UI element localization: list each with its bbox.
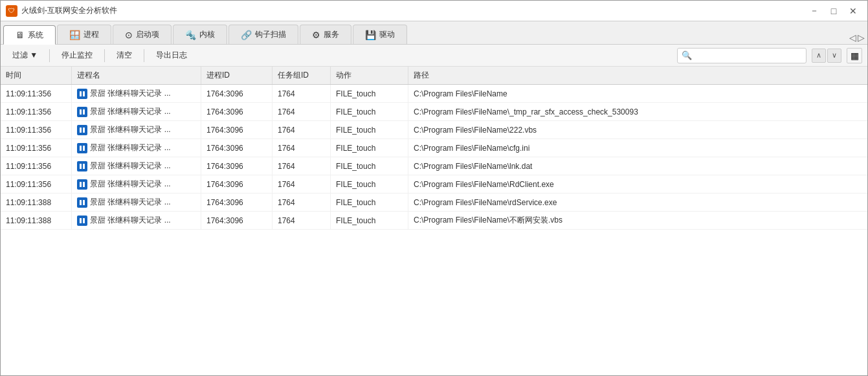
grid-view-button[interactable]: ▦: [847, 48, 862, 63]
separator-3: [144, 49, 144, 62]
td-time: 11:09:11:388: [1, 194, 72, 211]
td-path: C:\Program Files\FileName\rdService.exe: [408, 194, 867, 211]
filter-button[interactable]: 过滤 ▼: [6, 47, 44, 64]
td-tgid: 1764: [273, 85, 331, 102]
col-header-action[interactable]: 动作: [331, 67, 408, 84]
tab-service[interactable]: ⚙ 服务: [300, 25, 351, 44]
tab-kernel-label: 内核: [199, 29, 215, 40]
td-process: 景甜 张继科聊天记录 ...: [72, 157, 201, 175]
td-path: C:\Program Files\FileName\_tmp_rar_sfx_a…: [408, 103, 867, 120]
process-app-icon: [77, 143, 87, 153]
stop-monitor-button[interactable]: 停止监控: [55, 47, 99, 64]
tab-service-label: 服务: [324, 29, 339, 40]
table-row[interactable]: 11:09:11:356景甜 张继科聊天记录 ...1764:30961764F…: [1, 85, 867, 103]
col-header-pid[interactable]: 进程ID: [201, 67, 273, 84]
svg-rect-8: [80, 164, 82, 169]
col-header-process[interactable]: 进程名: [72, 67, 201, 84]
process-app-icon: [77, 161, 87, 171]
svg-rect-9: [83, 164, 85, 169]
td-pid: 1764:3096: [201, 85, 273, 102]
export-log-button[interactable]: 导出日志: [150, 47, 194, 64]
main-window: 🛡 火绒剑-互联网安全分析软件 － □ ✕ 🖥 系统 🪟 进程 ⊙ 启动项 🔩 …: [0, 0, 868, 376]
process-app-icon: [77, 179, 87, 190]
tab-hook[interactable]: 🔗 钩子扫描: [228, 25, 298, 44]
td-action: FILE_touch: [331, 121, 408, 138]
col-header-path[interactable]: 路径: [408, 67, 867, 84]
td-time: 11:09:11:388: [1, 212, 72, 229]
process-app-icon: [77, 107, 87, 117]
nav-up-button[interactable]: ∧: [812, 49, 826, 63]
process-name-text: 景甜 张继科聊天记录 ...: [90, 179, 171, 190]
driver-tab-icon: 💾: [365, 30, 376, 40]
svg-rect-1: [83, 91, 85, 96]
svg-rect-10: [80, 182, 82, 187]
search-box[interactable]: 🔍: [677, 48, 807, 63]
td-tgid: 1764: [273, 212, 331, 229]
window-controls: － □ ✕: [805, 4, 862, 18]
kernel-tab-icon: 🔩: [185, 30, 196, 40]
table-row[interactable]: 11:09:11:388景甜 张继科聊天记录 ...1764:30961764F…: [1, 212, 867, 230]
td-process: 景甜 张继科聊天记录 ...: [72, 121, 201, 138]
td-process: 景甜 张继科聊天记录 ...: [72, 194, 201, 211]
process-name-text: 景甜 张继科聊天记录 ...: [90, 106, 171, 117]
svg-rect-14: [80, 218, 82, 223]
td-path: C:\Program Files\FileName\RdClient.exe: [408, 175, 867, 193]
svg-rect-0: [80, 91, 82, 96]
table-row[interactable]: 11:09:11:388景甜 张继科聊天记录 ...1764:30961764F…: [1, 194, 867, 212]
td-action: FILE_touch: [331, 175, 408, 193]
table-row[interactable]: 11:09:11:356景甜 张继科聊天记录 ...1764:30961764F…: [1, 121, 867, 139]
td-process: 景甜 张继科聊天记录 ...: [72, 85, 201, 102]
window-title: 火绒剑-互联网安全分析软件: [21, 5, 117, 16]
table-row[interactable]: 11:09:11:356景甜 张继科聊天记录 ...1764:30961764F…: [1, 175, 867, 194]
td-time: 11:09:11:356: [1, 85, 72, 102]
td-tgid: 1764: [273, 121, 331, 138]
td-path: C:\Program Files\FileName: [408, 85, 867, 102]
table-body: 11:09:11:356景甜 张继科聊天记录 ...1764:30961764F…: [1, 85, 867, 375]
maximize-button[interactable]: □: [825, 4, 843, 18]
td-pid: 1764:3096: [201, 212, 273, 229]
svg-rect-2: [80, 109, 82, 115]
table-row[interactable]: 11:09:11:356景甜 张继科聊天记录 ...1764:30961764F…: [1, 139, 867, 157]
process-name-text: 景甜 张继科聊天记录 ...: [90, 215, 171, 226]
tab-kernel[interactable]: 🔩 内核: [173, 25, 227, 44]
tab-left-arrow[interactable]: ◁: [849, 32, 856, 43]
td-pid: 1764:3096: [201, 157, 273, 175]
td-path: C:\Program Files\FileName\cfg.ini: [408, 139, 867, 157]
td-action: FILE_touch: [331, 194, 408, 211]
tab-right-arrow[interactable]: ▷: [858, 32, 865, 43]
td-pid: 1764:3096: [201, 121, 273, 138]
svg-rect-4: [80, 127, 82, 133]
td-pid: 1764:3096: [201, 103, 273, 120]
tab-process-label: 进程: [83, 29, 99, 40]
tab-startup[interactable]: ⊙ 启动项: [113, 25, 172, 44]
process-app-icon: [77, 125, 87, 135]
process-name-text: 景甜 张继科聊天记录 ...: [90, 124, 171, 135]
table-row[interactable]: 11:09:11:356景甜 张继科聊天记录 ...1764:30961764F…: [1, 103, 867, 121]
separator-2: [104, 49, 105, 62]
td-process: 景甜 张继科聊天记录 ...: [72, 103, 201, 120]
td-action: FILE_touch: [331, 139, 408, 157]
td-time: 11:09:11:356: [1, 121, 72, 138]
col-header-time[interactable]: 时间: [1, 67, 72, 84]
svg-rect-12: [80, 200, 82, 205]
tab-process[interactable]: 🪟 进程: [57, 25, 111, 44]
process-name-text: 景甜 张继科聊天记录 ...: [90, 88, 171, 99]
nav-down-button[interactable]: ∨: [827, 49, 841, 63]
search-input[interactable]: [692, 51, 796, 60]
tab-driver-label: 驱动: [379, 29, 395, 40]
tab-driver[interactable]: 💾 驱动: [353, 25, 407, 44]
tab-system-label: 系统: [28, 30, 43, 41]
svg-rect-15: [83, 218, 85, 223]
col-header-tgid[interactable]: 任务组ID: [273, 67, 331, 84]
td-tgid: 1764: [273, 194, 331, 211]
minimize-button[interactable]: －: [805, 4, 823, 18]
process-name-text: 景甜 张继科聊天记录 ...: [90, 160, 171, 171]
td-pid: 1764:3096: [201, 139, 273, 157]
table-row[interactable]: 11:09:11:356景甜 张继科聊天记录 ...1764:30961764F…: [1, 157, 867, 175]
td-action: FILE_touch: [331, 212, 408, 229]
clear-button[interactable]: 清空: [110, 47, 139, 64]
td-tgid: 1764: [273, 103, 331, 120]
tab-system[interactable]: 🖥 系统: [3, 25, 56, 45]
td-pid: 1764:3096: [201, 194, 273, 211]
close-button[interactable]: ✕: [844, 4, 862, 18]
